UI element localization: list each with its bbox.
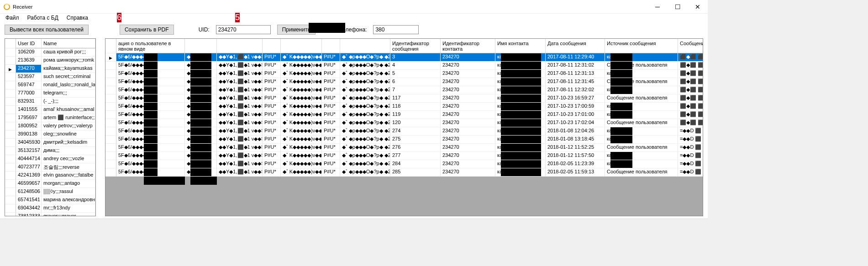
row-header[interactable] bbox=[5, 172, 16, 180]
table-row[interactable]: 46599657morgan;;;antago bbox=[5, 180, 95, 188]
row-header[interactable] bbox=[5, 73, 16, 81]
cell[interactable]: ◆ˆ K◆◆◆◆◆)v◆◆S bbox=[281, 119, 322, 127]
row-header[interactable] bbox=[5, 130, 16, 139]
cell[interactable]: ◆ˆ ◆p◆◆◆O◆?p◆ ◆2m bbox=[340, 78, 390, 86]
close-button[interactable]: ✕ bbox=[688, 0, 708, 14]
cell[interactable]: ◆ˆ ◆p◆◆◆O◆?p◆ ◆2m bbox=[340, 168, 390, 177]
cell[interactable]: ка bbox=[495, 127, 546, 136]
cell-userid[interactable]: 213639 bbox=[16, 57, 42, 65]
cell[interactable]: P#U* bbox=[263, 136, 281, 144]
cell[interactable]: ◆ˆ K◆◆◆◆◆)v◆◆S bbox=[281, 94, 322, 103]
cell[interactable]: ◆380 bbox=[185, 94, 217, 103]
row-header[interactable] bbox=[105, 103, 116, 111]
cell[interactable]: 2018-01-12 11:52:25 bbox=[546, 144, 605, 152]
cell[interactable]: ◆◆Y◆1,⬛◆1 v◆◆S bbox=[217, 152, 263, 160]
cell[interactable]: ◆ˆ K◆◆◆◆◆)v◆◆S bbox=[281, 152, 322, 160]
cell[interactable]: P#U* bbox=[263, 78, 281, 86]
cell[interactable]: P#U* bbox=[322, 103, 340, 111]
cell[interactable]: =◆◆D ⬛ ⬛⬛ ◆⬛ m◆◆◆◆⬛ ◆'xZoТак, я все узна… bbox=[678, 160, 703, 168]
cell[interactable]: ◆380 bbox=[185, 119, 217, 127]
left-grid-body[interactable]: 106209саша кривой рог;;;213639рома шинко… bbox=[5, 48, 95, 216]
cell[interactable]: ◆ˆ K◆◆◆◆◆)v◆◆S bbox=[281, 136, 322, 144]
col-header[interactable] bbox=[263, 39, 281, 53]
cell[interactable]: ◆ˆ ◆p◆◆◆O◆?p◆ ◆2m bbox=[340, 152, 390, 160]
cell[interactable]: ка bbox=[495, 136, 546, 144]
cell[interactable]: ◆◆Y◆1,⬛◆1 v◆◆S bbox=[217, 53, 263, 62]
row-header[interactable] bbox=[5, 213, 16, 216]
cell[interactable]: ◆380 bbox=[185, 144, 217, 152]
cell[interactable]: P#U* bbox=[322, 160, 340, 168]
table-row[interactable]: 35132157дима;;; bbox=[5, 147, 95, 155]
col-header[interactable]: Источник сообщения bbox=[605, 39, 678, 53]
cell[interactable]: =◆◆D ⬛ ⬛⬛ ⬛◆⬛m◆◆◆⬛ Y◆XZ1хи не было ни од bbox=[678, 144, 703, 152]
table-row[interactable]: 1800952valery petrov;;;valeryp bbox=[5, 122, 95, 130]
table-row[interactable]: 1795697artem ⬛ runinterface;;; bbox=[5, 114, 95, 122]
table-row[interactable]: 5F◆6/◆◆◆◆Ка◆380◆◆Y◆1,⬛◆1 v◆◆SP#U*◆ˆ K◆◆◆… bbox=[105, 160, 703, 168]
cell[interactable]: ка bbox=[495, 94, 546, 103]
cell[interactable]: ◆380 bbox=[185, 70, 217, 78]
table-row[interactable]: 34045930дмитрий;;;kelsadim bbox=[5, 139, 95, 147]
cell-name[interactable]: рома шинкорук;;;romk bbox=[42, 57, 95, 65]
cell[interactable]: 2017-08-11 12:31:02 bbox=[546, 62, 605, 70]
cell[interactable]: P#U* bbox=[322, 70, 340, 78]
cell[interactable]: ка bbox=[605, 136, 678, 144]
cell[interactable]: ◆ˆ ◆p◆◆◆O◆?p◆ ◆2m bbox=[340, 62, 390, 70]
table-row[interactable]: 73812333graver;;;graver bbox=[5, 213, 95, 216]
table-row[interactable]: 569747ronald_laslo;;;ronald_la bbox=[5, 81, 95, 89]
cell[interactable]: ◆◆Y◆1,⬛◆1 v◆◆S bbox=[217, 168, 263, 177]
row-header[interactable] bbox=[105, 78, 116, 86]
table-row[interactable]: 5F◆6/◆◆◆◆Ка◆380◆◆Y◆1,⬛◆1 v◆◆SP#U*◆ˆ K◆◆◆… bbox=[105, 168, 703, 177]
cell[interactable]: 5F◆6/◆◆◆◆Ка bbox=[116, 53, 185, 62]
cell[interactable]: P#U* bbox=[322, 111, 340, 119]
right-grid-scroll[interactable]: ация о пользователе в явном видеИдентифи… bbox=[105, 39, 703, 208]
cell-name[interactable]: дмитрий;;;kelsadim bbox=[42, 139, 95, 147]
cell-userid[interactable]: 832931 bbox=[16, 98, 42, 106]
cell[interactable]: ⬛◆⬛ ⬛ ⬛ ◆⬛ m◆◆◆◆⬛◆Y⬛Давно пора :) bbox=[678, 53, 703, 62]
cell[interactable]: 5F◆6/◆◆◆◆Ка bbox=[116, 86, 185, 94]
cell[interactable]: Сообщение пользователя bbox=[605, 168, 678, 177]
table-row[interactable]: 777000telegram;;; bbox=[5, 89, 95, 98]
table-row[interactable]: 5F◆6/◆◆◆◆Ка◆380◆◆Y◆1,⬛◆1 v◆◆SP#U*◆ˆ K◆◆◆… bbox=[105, 53, 703, 62]
cell[interactable]: ка bbox=[495, 86, 546, 94]
cell[interactable]: ◆ˆ ◆p◆◆◆O◆?p◆ ◆2m bbox=[340, 144, 390, 152]
cell[interactable]: ка bbox=[495, 70, 546, 78]
cell[interactable]: ка bbox=[495, 53, 546, 62]
cell[interactable]: 118 bbox=[390, 103, 441, 111]
row-header[interactable] bbox=[5, 122, 16, 130]
cell[interactable]: 234270 bbox=[441, 94, 495, 103]
col-header[interactable]: Имя контакта bbox=[495, 39, 546, 53]
cell-userid[interactable]: 65741541 bbox=[16, 196, 42, 204]
cell-name[interactable]: amal' khusainov;;;amal bbox=[42, 106, 95, 114]
cell[interactable]: ка bbox=[605, 160, 678, 168]
cell[interactable]: 234270 bbox=[441, 62, 495, 70]
cell[interactable]: ⬛◆⬛ ⬛ u ⬛ ⬛◆⬛m◆◆◆⬛ ◆◆◆Y◆Привет можешь с bbox=[678, 94, 703, 103]
table-row[interactable]: 61248506▒▒◊y;;;rassul bbox=[5, 188, 95, 196]
cell[interactable]: 5F◆6/◆◆◆◆Ка bbox=[116, 144, 185, 152]
table-row[interactable]: 42241369elvin gasanov;;;fatalbe bbox=[5, 172, 95, 180]
row-header[interactable] bbox=[105, 168, 116, 177]
cell[interactable]: 234270 bbox=[441, 168, 495, 177]
cell[interactable]: 234270 bbox=[441, 86, 495, 94]
row-header[interactable] bbox=[5, 57, 16, 65]
cell[interactable]: ◆380 bbox=[185, 168, 217, 177]
cell[interactable]: 274 bbox=[390, 127, 441, 136]
cell[interactable]: ◆ˆ K◆◆◆◆◆)v◆◆S bbox=[281, 127, 322, 136]
cell-name[interactable]: telegram;;; bbox=[42, 89, 95, 98]
cell[interactable]: P#U* bbox=[322, 53, 340, 62]
uid-input[interactable] bbox=[216, 25, 271, 34]
cell[interactable]: 2018-01-08 12:04:26 bbox=[546, 127, 605, 136]
cell[interactable]: P#U* bbox=[263, 152, 281, 160]
right-grid-body[interactable]: 5F◆6/◆◆◆◆Ка◆380◆◆Y◆1,⬛◆1 v◆◆SP#U*◆ˆ K◆◆◆… bbox=[105, 53, 703, 177]
cell[interactable]: 284 bbox=[390, 160, 441, 168]
row-header[interactable] bbox=[105, 119, 116, 127]
cell-userid[interactable]: 61248506 bbox=[16, 188, 42, 196]
maximize-button[interactable]: ☐ bbox=[668, 0, 688, 14]
cell-name[interactable]: artem ⬛ runinterface;;; bbox=[42, 114, 95, 122]
cell[interactable]: P#U* bbox=[263, 111, 281, 119]
cell[interactable]: ◆ˆ K◆◆◆◆◆)v◆◆S bbox=[281, 160, 322, 168]
cell[interactable]: ◆ˆ ◆p◆◆◆O◆?p◆ ◆2m bbox=[340, 103, 390, 111]
cell[interactable]: ка bbox=[605, 127, 678, 136]
cell[interactable]: 2018-02-05 11:59:13 bbox=[546, 168, 605, 177]
cell-name[interactable]: ronald_laslo;;;ronald_la bbox=[42, 81, 95, 89]
cell[interactable]: 2018-02-05 11:23:39 bbox=[546, 160, 605, 168]
